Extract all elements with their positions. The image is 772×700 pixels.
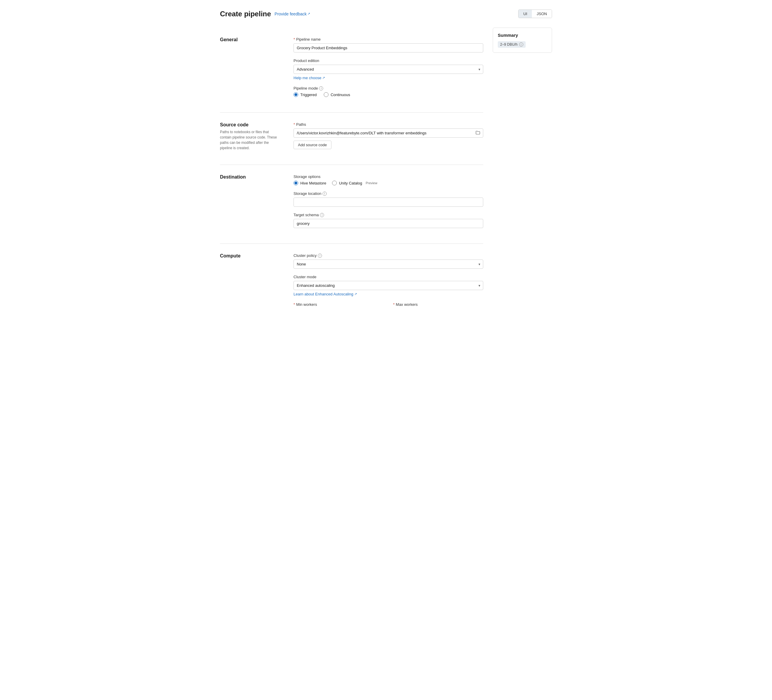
max-workers-field: * Max workers xyxy=(393,302,483,308)
source-code-desc: Paths to notebooks or files that contain… xyxy=(220,130,279,151)
page-header: Create pipeline Provide feedback ↗ UI JS… xyxy=(220,10,552,18)
destination-content: Storage options Hive Metastore Unity Cat… xyxy=(293,174,483,234)
autoscaling-link[interactable]: Learn about Enhanced Autoscaling ↗ xyxy=(293,292,357,296)
paths-input[interactable] xyxy=(293,128,483,138)
destination-section-label: Destination xyxy=(220,174,279,234)
target-schema-input[interactable] xyxy=(293,219,483,228)
unity-catalog-radio[interactable] xyxy=(332,180,337,185)
continuous-option[interactable]: Continuous xyxy=(324,92,350,97)
source-code-section-label: Source code Paths to notebooks or files … xyxy=(220,122,279,155)
summary-sidebar: Summary 2–9 DBU/h i xyxy=(493,28,552,318)
summary-card: Summary 2–9 DBU/h i xyxy=(493,28,552,53)
dbu-info-icon[interactable]: i xyxy=(519,43,523,47)
cluster-policy-select[interactable]: None xyxy=(293,259,483,269)
product-edition-label: Product edition xyxy=(293,59,483,63)
general-title: General xyxy=(220,37,279,43)
pipeline-name-input[interactable] xyxy=(293,43,483,52)
general-section: General * Pipeline name Product edition xyxy=(220,28,483,113)
triggered-radio[interactable] xyxy=(293,92,298,97)
paths-label: * Paths xyxy=(293,122,483,127)
cluster-mode-group: Cluster mode Fixed size Enhanced autosca… xyxy=(293,275,483,296)
preview-badge: Preview xyxy=(366,181,377,185)
paths-input-wrapper xyxy=(293,128,483,138)
external-link-icon: ↗ xyxy=(307,12,310,16)
required-star: * xyxy=(293,37,295,41)
add-source-button[interactable]: Add source code xyxy=(293,141,332,149)
pipeline-mode-group: Pipeline mode i Triggered Continuous xyxy=(293,86,483,97)
header-left: Create pipeline Provide feedback ↗ xyxy=(220,10,310,18)
pipeline-name-group: * Pipeline name xyxy=(293,37,483,52)
main-layout: General * Pipeline name Product edition xyxy=(220,28,552,318)
target-schema-info-icon[interactable]: i xyxy=(320,213,324,217)
dbu-badge: 2–9 DBU/h i xyxy=(498,41,526,48)
compute-section: Compute Cluster policy i None ▾ xyxy=(220,244,483,318)
storage-options-label: Storage options xyxy=(293,174,483,179)
workers-row: * Min workers * Max workers xyxy=(293,302,483,308)
feedback-link[interactable]: Provide feedback ↗ xyxy=(275,11,310,16)
storage-location-group: Storage location i xyxy=(293,191,483,207)
target-schema-group: Target schema i xyxy=(293,213,483,228)
cluster-policy-group: Cluster policy i None ▾ xyxy=(293,253,483,269)
target-schema-label: Target schema i xyxy=(293,213,483,217)
destination-section: Destination Storage options Hive Metasto… xyxy=(220,165,483,244)
view-toggle: UI JSON xyxy=(518,10,552,18)
cluster-mode-select[interactable]: Fixed size Enhanced autoscaling Legacy a… xyxy=(293,281,483,290)
pipeline-mode-info-icon[interactable]: i xyxy=(319,86,323,90)
cluster-policy-info-icon[interactable]: i xyxy=(318,254,322,258)
cluster-mode-select-wrapper: Fixed size Enhanced autoscaling Legacy a… xyxy=(293,281,483,290)
storage-options-row: Hive Metastore Unity Catalog Preview xyxy=(293,180,483,185)
hive-metastore-option[interactable]: Hive Metastore xyxy=(293,180,326,185)
compute-title: Compute xyxy=(220,253,279,259)
cluster-mode-label: Cluster mode xyxy=(293,275,483,279)
min-workers-label: * Min workers xyxy=(293,302,384,307)
paths-required-star: * xyxy=(293,122,295,127)
min-workers-field: * Min workers xyxy=(293,302,384,308)
autoscaling-external-link-icon: ↗ xyxy=(354,292,357,296)
destination-title: Destination xyxy=(220,174,279,180)
product-edition-select-wrapper: Core Pro Advanced ▾ xyxy=(293,65,483,74)
storage-location-input[interactable] xyxy=(293,198,483,207)
folder-browse-button[interactable] xyxy=(475,130,481,136)
help-me-choose-link[interactable]: Help me choose ↗ xyxy=(293,75,325,80)
triggered-option[interactable]: Triggered xyxy=(293,92,317,97)
continuous-radio[interactable] xyxy=(324,92,329,97)
summary-title: Summary xyxy=(498,33,547,38)
ui-button[interactable]: UI xyxy=(518,10,532,18)
max-workers-required-star: * xyxy=(393,302,394,307)
source-code-section: Source code Paths to notebooks or files … xyxy=(220,113,483,165)
min-workers-required-star: * xyxy=(293,302,295,307)
storage-options-group: Storage options Hive Metastore Unity Cat… xyxy=(293,174,483,185)
product-edition-select[interactable]: Core Pro Advanced xyxy=(293,65,483,74)
cluster-policy-label: Cluster policy i xyxy=(293,253,483,258)
paths-group: * Paths Add source code xyxy=(293,122,483,149)
hive-metastore-radio[interactable] xyxy=(293,180,298,185)
pipeline-name-label: * Pipeline name xyxy=(293,37,483,41)
cluster-policy-select-wrapper: None ▾ xyxy=(293,259,483,269)
page-title: Create pipeline xyxy=(220,10,271,18)
product-edition-group: Product edition Core Pro Advanced ▾ He xyxy=(293,59,483,80)
help-external-link-icon: ↗ xyxy=(322,76,325,80)
storage-location-label: Storage location i xyxy=(293,191,483,196)
json-button[interactable]: JSON xyxy=(532,10,552,18)
unity-catalog-option[interactable]: Unity Catalog xyxy=(332,180,362,185)
compute-content: Cluster policy i None ▾ Cluster mode xyxy=(293,253,483,308)
pipeline-mode-radio-group: Triggered Continuous xyxy=(293,92,483,97)
compute-section-label: Compute xyxy=(220,253,279,308)
general-section-label: General xyxy=(220,37,279,103)
source-code-content: * Paths Add source code xyxy=(293,122,483,155)
pipeline-mode-label: Pipeline mode i xyxy=(293,86,483,90)
source-code-title: Source code xyxy=(220,122,279,128)
max-workers-label: * Max workers xyxy=(393,302,483,307)
general-content: * Pipeline name Product edition Core Pro xyxy=(293,37,483,103)
storage-location-info-icon[interactable]: i xyxy=(322,192,327,196)
form-area: General * Pipeline name Product edition xyxy=(220,28,483,318)
